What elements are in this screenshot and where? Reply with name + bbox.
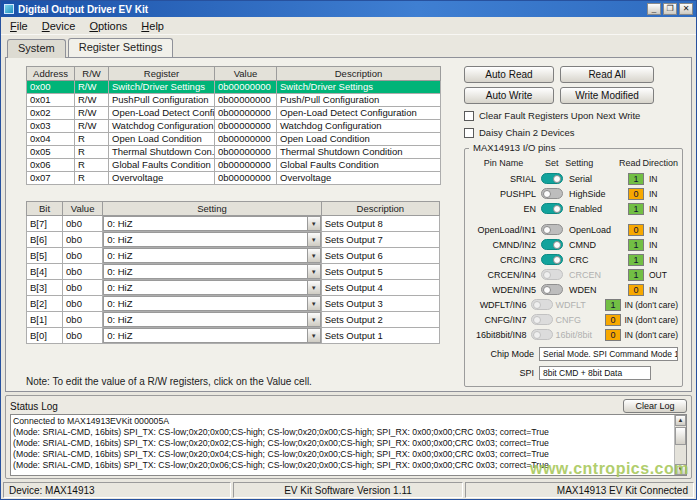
action-buttons: Auto Read Read All Auto Write Write Modi…	[464, 66, 683, 104]
menu-device[interactable]: Device	[35, 18, 83, 34]
cell-bit-description: Sets Output 5	[321, 264, 439, 280]
close-button[interactable]: ✕	[679, 3, 693, 15]
cell-value[interactable]: 0b00000000	[215, 94, 277, 107]
pin-row-wdflt-in6: WDFLT/IN6 WDFLT 1 IN (don't care)	[469, 297, 678, 312]
en-toggle[interactable]	[541, 203, 563, 214]
scrollbar-thumb[interactable]	[675, 427, 686, 445]
read-all-button[interactable]: Read All	[560, 66, 654, 83]
cell-value[interactable]: 0b00000000	[215, 120, 277, 133]
bit-header-bit: Bit	[27, 202, 63, 216]
register-row-0x07[interactable]: 0x07 R Overvoltage 0b00000000 Overvoltag…	[27, 172, 441, 185]
cell-address: 0x04	[27, 133, 75, 146]
cell-bit-description: Sets Output 1	[321, 328, 439, 344]
register-row-0x04[interactable]: 0x04 R Open Load Condition 0b00000000 Op…	[27, 133, 441, 146]
checkbox-icon	[464, 128, 474, 138]
setting-dropdown-b2[interactable]: 0: HiZ▼	[103, 296, 321, 311]
setting-dropdown-b6[interactable]: 0: HiZ▼	[103, 232, 321, 247]
setting-dropdown-b0[interactable]: 0: HiZ▼	[103, 328, 321, 343]
cell-value[interactable]: 0b00000000	[215, 133, 277, 146]
crc-toggle[interactable]	[541, 254, 563, 265]
crcen-read-value: 1	[628, 269, 644, 281]
cell-bit: B[7]	[27, 216, 63, 232]
bit-header-setting: Setting	[103, 202, 322, 216]
auto-write-button[interactable]: Auto Write	[464, 87, 554, 104]
register-row-0x01[interactable]: 0x01 R/W PushPull Configuration 0b000000…	[27, 94, 441, 107]
cell-description: Open-Load Detect Configuration	[277, 107, 441, 120]
cell-register: Global Faults Condition	[109, 159, 215, 172]
auto-read-button[interactable]: Auto Read	[464, 66, 554, 83]
wden-read-value: 0	[628, 284, 644, 296]
register-row-0x03[interactable]: 0x03 R/W Watchdog Configuration 0b000000…	[27, 120, 441, 133]
menu-file[interactable]: File	[3, 18, 35, 34]
pin-row-srial: SRIAL Serial 1 IN	[469, 171, 678, 186]
cell-description: Switch/Driver Settings	[277, 81, 441, 94]
tab-register-settings[interactable]: Register Settings	[68, 38, 174, 57]
tab-system[interactable]: System	[7, 39, 66, 58]
pin-row-en: EN Enabled 1 IN	[469, 201, 678, 216]
register-header-address: Address	[27, 67, 75, 81]
bit-row-4: B[4] 0b0 0: HiZ▼ Sets Output 5	[27, 264, 440, 280]
setting-dropdown-b7[interactable]: 0: HiZ▼	[103, 216, 321, 231]
register-row-0x06[interactable]: 0x06 R Global Faults Condition 0b0000000…	[27, 159, 441, 172]
clear-log-button[interactable]: Clear Log	[623, 399, 687, 413]
menu-options[interactable]: Options	[82, 18, 134, 34]
left-column: Address R/W Register Value Description 0…	[26, 66, 454, 387]
register-settings-panel: Address R/W Register Value Description 0…	[5, 57, 692, 392]
pin-row-cmnd-in2: CMND/IN2 CMND 1 IN	[469, 237, 678, 252]
bit-row-3: B[3] 0b0 0: HiZ▼ Sets Output 4	[27, 280, 440, 296]
cell-bit-value: 0b0	[63, 248, 103, 264]
pin-row-openload-in1: OpenLoad/IN1 OpenLoad 0 IN	[469, 222, 678, 237]
cell-value[interactable]: 0b00000000	[215, 107, 277, 120]
dropdown-arrow-icon: ▼	[307, 297, 320, 310]
cell-description: Push/Pull Configuration	[277, 94, 441, 107]
cell-address: 0x02	[27, 107, 75, 120]
cell-address: 0x06	[27, 159, 75, 172]
menu-help[interactable]: Help	[134, 18, 171, 34]
cell-rw: R	[75, 133, 109, 146]
wden-toggle[interactable]	[541, 284, 563, 295]
setting-dropdown-b1[interactable]: 0: HiZ▼	[103, 312, 321, 327]
pushpl-read-value: 0	[628, 188, 644, 200]
pushpl-toggle[interactable]	[541, 188, 563, 199]
scroll-up-icon[interactable]: ▲	[675, 415, 686, 426]
cell-value[interactable]: 0b00000000	[215, 81, 277, 94]
cell-description: Thermal Shutdown Condition	[277, 146, 441, 159]
status-bar: Device: MAX14913 EV Kit Software Version…	[1, 481, 696, 499]
maximize-button[interactable]: ❐	[663, 3, 677, 15]
clear-fault-checkbox[interactable]: Clear Fault Registers Upon Next Write	[464, 110, 683, 121]
cell-register: Watchdog Configuration	[109, 120, 215, 133]
write-modified-button[interactable]: Write Modified	[560, 87, 654, 104]
scrollbar-track[interactable]	[675, 426, 686, 464]
openload-toggle[interactable]	[541, 224, 563, 235]
pin-row-crcen-in4: CRCEN/IN4 CRCEN 1 OUT	[469, 267, 678, 282]
log-line: (Mode: SRIAL-CMD, 16bits) SPI_TX: CS-low…	[13, 438, 672, 449]
cmnd-toggle[interactable]	[541, 239, 563, 250]
pin-row-16bit8bit-in8: 16bit8bit/IN8 16bit/8bit 0 IN (don't car…	[469, 327, 678, 342]
srial-toggle[interactable]	[541, 173, 563, 184]
cell-bit: B[6]	[27, 232, 63, 248]
bitmode-read-value: 0	[605, 329, 621, 341]
wdflt-toggle	[531, 299, 553, 310]
minimize-button[interactable]: _	[647, 3, 661, 15]
titlebar: Digital Output Driver EV Kit _ ❐ ✕	[1, 1, 696, 17]
setting-dropdown-b3[interactable]: 0: HiZ▼	[103, 280, 321, 295]
register-row-0x05[interactable]: 0x05 R Thermal Shutdown Con... 0b0000000…	[27, 146, 441, 159]
tab-container: System Register Settings Address R/W Reg…	[1, 35, 696, 392]
status-device: Device: MAX14913	[3, 482, 231, 498]
cell-rw: R/W	[75, 120, 109, 133]
cell-register: PushPull Configuration	[109, 94, 215, 107]
setting-dropdown-b4[interactable]: 0: HiZ▼	[103, 264, 321, 279]
cell-value[interactable]: 0b00000000	[215, 172, 277, 185]
setting-dropdown-b5[interactable]: 0: HiZ▼	[103, 248, 321, 263]
crcen-toggle	[541, 269, 563, 280]
bitmode-toggle	[531, 329, 553, 340]
cell-value[interactable]: 0b00000000	[215, 146, 277, 159]
cell-address: 0x07	[27, 172, 75, 185]
cell-bit-description: Sets Output 3	[321, 296, 439, 312]
register-row-0x00[interactable]: 0x00 R/W Switch/Driver Settings 0b000000…	[27, 81, 441, 94]
cell-value[interactable]: 0b00000000	[215, 159, 277, 172]
register-row-0x02[interactable]: 0x02 R/W Open-Load Detect Confi... 0b000…	[27, 107, 441, 120]
daisy-chain-checkbox[interactable]: Daisy Chain 2 Devices	[464, 127, 683, 138]
cell-bit-value: 0b0	[63, 264, 103, 280]
dropdown-arrow-icon: ▼	[307, 217, 320, 230]
